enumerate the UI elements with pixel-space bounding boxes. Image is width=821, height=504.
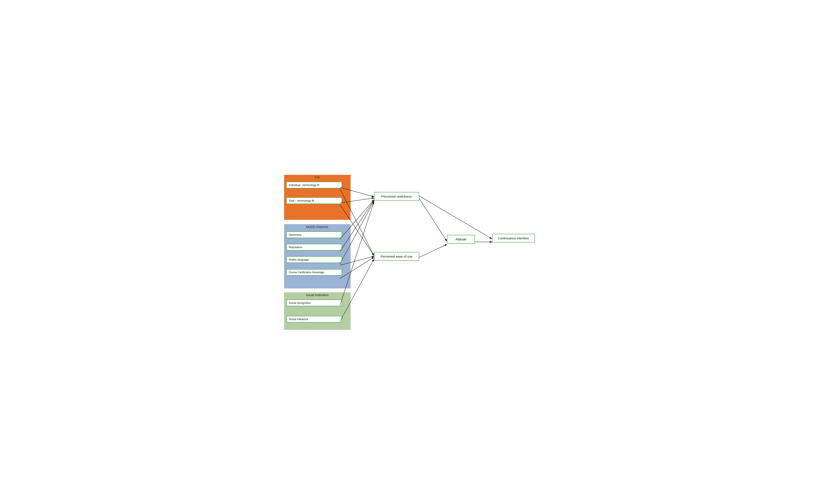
group-social: Social motivation Social recognition Soc…	[284, 292, 350, 330]
diagram: TTF Individual –technology fit Task – te…	[282, 173, 539, 331]
item-arabic: Arabic language	[286, 256, 342, 263]
group-ttf: TTF Individual –technology fit Task – te…	[284, 175, 350, 220]
node-continuance: Continuance intention	[492, 234, 535, 243]
item-openness: Openness	[286, 231, 342, 238]
node-attitude: Attitude	[447, 235, 475, 244]
item-reputation: Reputation	[286, 244, 342, 251]
item-certification: Course Certification Advantage	[286, 269, 342, 276]
node-perceived-usefulness: Perceived usefulness	[374, 192, 419, 201]
item-task-fit: Task – technology fit	[286, 197, 342, 204]
group-mooc: MOOC Features Openness Reputation Arabic…	[284, 224, 350, 288]
node-perceived-ease: Perceived ease of use	[374, 252, 419, 261]
mooc-label: MOOC Features	[284, 224, 350, 229]
svg-line-12	[419, 245, 447, 257]
item-social-recognition: Social recognition	[286, 300, 342, 306]
item-social-influence: Social influence	[286, 316, 342, 323]
svg-line-14	[419, 196, 492, 239]
social-label: Social motivation	[284, 292, 350, 298]
ttf-label: TTF	[284, 175, 350, 180]
svg-line-11	[419, 198, 447, 241]
item-individual-fit: Individual –technology fit	[286, 182, 342, 188]
